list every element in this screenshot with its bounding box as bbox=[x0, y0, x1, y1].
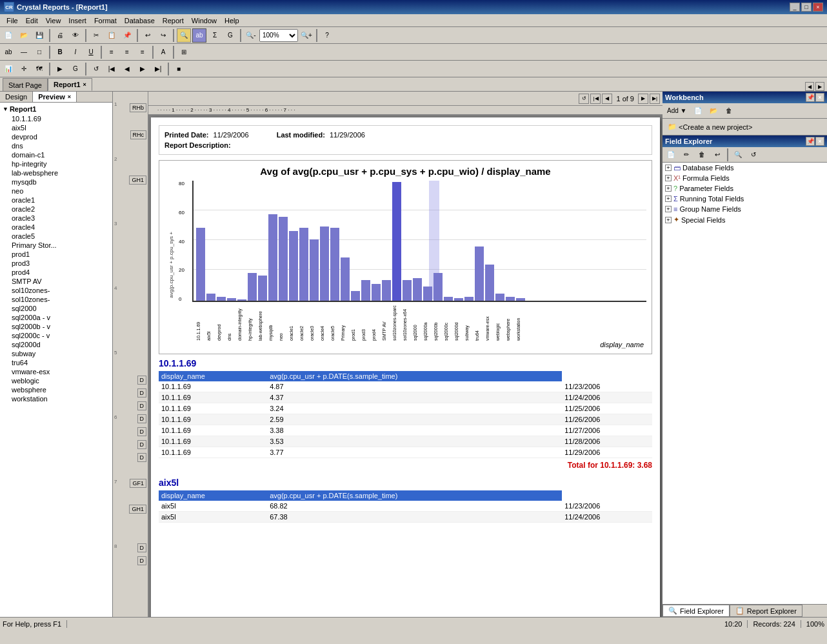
tree-item-24[interactable]: sql2000c - v bbox=[10, 331, 111, 340]
fe-formula-fields[interactable]: + X¹ Formula Fields bbox=[663, 173, 827, 183]
first-page-btn[interactable]: |◀ bbox=[105, 62, 119, 76]
tree-item-21[interactable]: sql2000 bbox=[10, 304, 111, 313]
fe-special-expand[interactable]: + bbox=[665, 217, 672, 223]
nav-last-btn[interactable]: ▶| bbox=[650, 94, 660, 104]
tree-item-27[interactable]: tru64 bbox=[10, 358, 111, 367]
tree-item-8[interactable]: neo bbox=[10, 186, 111, 196]
workbench-add-btn[interactable]: Add ▼ bbox=[664, 104, 690, 118]
insert-cross-btn[interactable]: ✛ bbox=[17, 62, 31, 76]
zoom-in-btn[interactable]: 🔍+ bbox=[299, 28, 314, 43]
minimize-btn[interactable]: _ bbox=[790, 3, 800, 12]
tree-item-31[interactable]: workstation bbox=[10, 394, 111, 403]
underline-btn[interactable]: U bbox=[84, 45, 98, 59]
refresh-btn[interactable]: ↺ bbox=[89, 62, 103, 76]
print-preview-btn[interactable]: 👁 bbox=[68, 28, 83, 43]
tree-item-17[interactable]: prod4 bbox=[10, 268, 111, 277]
tab-close-icon[interactable]: × bbox=[83, 81, 86, 88]
fe-parameter-fields[interactable]: + ? Parameter Fields bbox=[663, 183, 827, 194]
find-btn[interactable]: 🔍 bbox=[177, 28, 191, 43]
tree-item-9[interactable]: oracle1 bbox=[10, 196, 111, 205]
tree-item-22[interactable]: sql2000a - v bbox=[10, 313, 111, 322]
nav-prev-btn[interactable]: ◀ bbox=[602, 94, 612, 104]
preview-close-icon[interactable]: × bbox=[68, 94, 71, 100]
insert-box-btn[interactable]: □ bbox=[32, 45, 46, 59]
tab-report-explorer[interactable]: 📋 Report Explorer bbox=[730, 605, 802, 617]
fe-insert-btn[interactable]: ↩ bbox=[710, 148, 724, 162]
formula-btn[interactable]: Σ bbox=[208, 28, 222, 43]
insert-map-btn[interactable]: 🗺 bbox=[32, 62, 46, 76]
tree-item-25[interactable]: sql2000d bbox=[10, 340, 111, 349]
tab-scroll-right[interactable]: ▶ bbox=[815, 82, 824, 91]
fe-database-fields[interactable]: + 🗃 Database Fields bbox=[663, 163, 827, 173]
print-btn[interactable]: 🖨 bbox=[53, 28, 67, 43]
insert-line-btn[interactable]: — bbox=[17, 45, 31, 59]
tab-field-explorer[interactable]: 🔍 Field Explorer bbox=[663, 605, 730, 617]
menu-insert[interactable]: Insert bbox=[65, 15, 90, 26]
nav-next-btn[interactable]: ▶ bbox=[638, 94, 648, 104]
tree-item-19[interactable]: sol10zones- bbox=[10, 286, 111, 295]
stop-btn[interactable]: ■ bbox=[172, 62, 186, 76]
workbench-controls[interactable]: 📌 × bbox=[806, 93, 824, 102]
fe-pin-btn[interactable]: 📌 bbox=[806, 137, 815, 146]
menu-format[interactable]: Format bbox=[90, 15, 121, 26]
tree-item-14[interactable]: Primary Stor... bbox=[10, 241, 111, 250]
workbench-pin-btn[interactable]: 📌 bbox=[806, 93, 815, 102]
border-btn[interactable]: ⊞ bbox=[177, 45, 191, 59]
tree-item-28[interactable]: vmware-esx bbox=[10, 367, 111, 376]
tree-item-20[interactable]: sol10zones- bbox=[10, 295, 111, 304]
fe-find-btn[interactable]: 🔍 bbox=[731, 148, 745, 162]
save-btn[interactable]: 💾 bbox=[32, 28, 46, 43]
last-page-btn[interactable]: ▶| bbox=[151, 62, 165, 76]
tab-preview[interactable]: Preview × bbox=[33, 92, 77, 102]
tree-item-16[interactable]: prod3 bbox=[10, 259, 111, 268]
fe-group-expand[interactable]: + bbox=[665, 206, 672, 212]
menu-window[interactable]: Window bbox=[188, 15, 221, 26]
new-btn[interactable]: 📄 bbox=[1, 28, 15, 43]
tree-item-6[interactable]: lab-websphere bbox=[10, 168, 111, 177]
tree-item-23[interactable]: sql2000b - v bbox=[10, 322, 111, 331]
tree-root-report1[interactable]: ▼ Report1 bbox=[1, 104, 111, 114]
tree-item-7[interactable]: mysqdb bbox=[10, 177, 111, 186]
open-btn[interactable]: 📂 bbox=[17, 28, 31, 43]
tab-start-page[interactable]: Start Page bbox=[3, 78, 48, 91]
tree-item-2[interactable]: devprod bbox=[10, 132, 111, 141]
fe-edit-btn[interactable]: ✏ bbox=[679, 148, 693, 162]
prev-page-btn[interactable]: ◀ bbox=[120, 62, 134, 76]
fe-new-btn[interactable]: 📄 bbox=[664, 148, 678, 162]
next-page-btn[interactable]: ▶ bbox=[135, 62, 150, 76]
fe-param-expand[interactable]: + bbox=[665, 185, 672, 192]
tab-report1[interactable]: Report1 × bbox=[48, 78, 92, 91]
align-left-btn[interactable]: ≡ bbox=[105, 45, 119, 59]
fe-group-name-fields[interactable]: + ≡ Group Name Fields bbox=[663, 204, 827, 214]
tree-item-10[interactable]: oracle2 bbox=[10, 205, 111, 214]
tab-scroll-left[interactable]: ◀ bbox=[805, 82, 814, 91]
tree-item-12[interactable]: oracle4 bbox=[10, 223, 111, 232]
workbench-tree-item[interactable]: 📁 <Create a new project> bbox=[665, 121, 824, 132]
window-controls[interactable]: _ □ × bbox=[790, 3, 823, 12]
fe-special-fields[interactable]: + ✦ Special Fields bbox=[663, 214, 827, 225]
tree-item-15[interactable]: prod1 bbox=[10, 250, 111, 259]
menu-file[interactable]: File bbox=[3, 15, 22, 26]
group-btn[interactable]: G bbox=[223, 28, 237, 43]
tree-item-3[interactable]: dns bbox=[10, 141, 111, 150]
tab-design[interactable]: Design bbox=[0, 92, 33, 102]
maximize-btn[interactable]: □ bbox=[801, 3, 812, 12]
tree-item-11[interactable]: oracle3 bbox=[10, 214, 111, 223]
tree-item-26[interactable]: subway bbox=[10, 349, 111, 358]
workbench-close-btn[interactable]: × bbox=[815, 93, 824, 102]
insert-chart-btn[interactable]: 📊 bbox=[1, 62, 15, 76]
help-btn[interactable]: ? bbox=[320, 28, 334, 43]
fe-close-btn[interactable]: × bbox=[815, 137, 824, 146]
group-expert-btn[interactable]: G bbox=[68, 62, 83, 76]
fe-formula-expand[interactable]: + bbox=[665, 175, 672, 181]
tree-item-4[interactable]: domain-c1 bbox=[10, 150, 111, 159]
field-btn[interactable]: ab bbox=[192, 28, 206, 43]
copy-btn[interactable]: 📋 bbox=[105, 28, 119, 43]
zoom-combo[interactable]: 100% 75% 50% bbox=[259, 29, 298, 42]
fe-db-expand[interactable]: + bbox=[665, 165, 672, 171]
insert-text-btn[interactable]: ab bbox=[1, 45, 15, 59]
tree-item-18[interactable]: SMTP AV bbox=[10, 277, 111, 286]
workbench-delete-btn[interactable]: 🗑 bbox=[722, 104, 736, 118]
zoom-out-btn[interactable]: 🔍- bbox=[244, 28, 258, 43]
refresh-nav-btn[interactable]: ↺ bbox=[579, 94, 589, 104]
